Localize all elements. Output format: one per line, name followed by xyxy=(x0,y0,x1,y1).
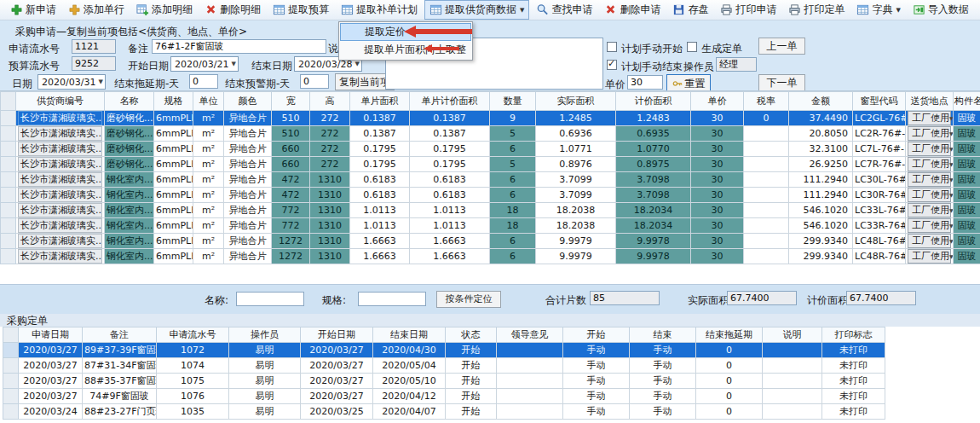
toolbar-button[interactable]: 新申请 xyxy=(5,0,61,20)
column-header[interactable]: 申请日期 xyxy=(19,327,83,343)
delivery-combobox[interactable]: 工厂使用▼ xyxy=(908,111,951,125)
remark-field[interactable] xyxy=(152,39,326,54)
column-header[interactable]: 单位 xyxy=(193,92,224,111)
previous-order-button[interactable]: 上一单 xyxy=(758,38,805,55)
column-header[interactable]: 金额 xyxy=(789,92,853,111)
column-header[interactable]: 开始日期 xyxy=(301,327,373,343)
toolbar-button[interactable]: 打印定单 xyxy=(783,0,850,20)
column-header[interactable]: 宽 xyxy=(272,92,310,111)
total-pieces-field[interactable] xyxy=(590,291,660,305)
column-header[interactable]: 单片面积 xyxy=(350,92,410,111)
budget-no-field[interactable] xyxy=(72,56,116,71)
order-row[interactable]: 2020/03/27 74#9F窗固玻 1076 易明 2020/03/27 2… xyxy=(3,389,885,404)
generate-order-checkbox[interactable] xyxy=(687,42,697,52)
order-row[interactable]: 2020/03/27 89#37-39F窗固玻 1072 易明 2020/03/… xyxy=(3,343,885,358)
detail-table-row[interactable]: 长沙市潇湘玻璃实...▼ 磨砂钢化... 6mmPLE... m² 异地合片 6… xyxy=(1,157,980,172)
supplier-combobox[interactable]: 长沙市潇湘玻璃实...▼ xyxy=(18,172,102,187)
next-order-button[interactable]: 下一单 xyxy=(758,74,805,91)
detail-table-row[interactable]: 长沙市潇湘玻璃实...▼ 钢化室内... 6mmPLE... m² 异地合片 1… xyxy=(1,249,980,264)
detail-table-row[interactable]: 长沙市潇湘玻璃实...▼ 钢化室内... 6mmPLE... m² 异地合片 4… xyxy=(1,188,980,203)
column-header[interactable]: 送货地点 xyxy=(906,92,954,111)
supplier-combobox[interactable]: 长沙市潇湘玻璃实...▼ xyxy=(18,203,102,217)
filter-spec-input[interactable] xyxy=(358,292,426,306)
column-header[interactable]: 打印标志 xyxy=(822,327,885,343)
apply-no-field[interactable] xyxy=(72,39,116,54)
toolbar-button[interactable]: 删除申请 xyxy=(599,0,666,20)
supplier-combobox[interactable]: 长沙市潇湘玻璃实...▼ xyxy=(18,218,102,233)
column-header[interactable]: 供货商编号 xyxy=(16,92,105,111)
toolbar-button[interactable]: 查找申请 xyxy=(531,0,597,20)
detail-table-row[interactable]: 长沙市潇湘玻璃实...▼ 磨砂钢化... 6mmPLE... m² 异地合片 5… xyxy=(1,111,980,126)
locate-by-condition-button[interactable]: 按条件定位 xyxy=(436,291,501,308)
supplier-combobox[interactable]: 长沙市潇湘玻璃实...▼ xyxy=(18,126,102,141)
order-row[interactable]: 2020/03/27 88#35-37F窗固玻 1075 易明 2020/03/… xyxy=(3,374,885,389)
column-header[interactable]: 税率 xyxy=(744,92,789,111)
delivery-combobox[interactable]: 工厂使用▼ xyxy=(908,203,951,217)
delivery-combobox[interactable]: 工厂使用▼ xyxy=(908,172,951,187)
toolbar-button[interactable]: 提取供货商数据 ▼ xyxy=(424,0,529,20)
toolbar-button[interactable]: 添加单行 xyxy=(63,0,130,20)
column-header[interactable]: 实际面积 xyxy=(536,92,616,111)
column-header[interactable]: 名称 xyxy=(105,92,154,111)
price-area-total-field[interactable] xyxy=(846,291,916,305)
detail-table-row[interactable]: 长沙市潇湘玻璃实...▼ 磨砂钢化... 6mmPLE... m² 异地合片 5… xyxy=(1,126,980,142)
column-header[interactable]: 数量 xyxy=(490,92,536,111)
filter-name-input[interactable] xyxy=(236,292,304,306)
end-warning-field[interactable] xyxy=(300,74,329,89)
toolbar-button[interactable]: 删除明细 xyxy=(199,0,266,20)
end-delay-field[interactable] xyxy=(189,74,218,89)
delivery-combobox[interactable]: 工厂使用▼ xyxy=(908,234,951,248)
supplier-combobox[interactable]: 长沙市潇湘玻璃实...▼ xyxy=(18,142,102,156)
supplier-combobox[interactable]: 长沙市潇湘玻璃实...▼ xyxy=(18,249,102,264)
column-header[interactable]: 高 xyxy=(310,92,350,111)
toolbar-button[interactable]: 提取补单计划 xyxy=(336,0,423,20)
delivery-combobox[interactable]: 工厂使用▼ xyxy=(908,142,951,156)
plan-manual-start-checkbox[interactable] xyxy=(607,42,617,52)
toolbar-button[interactable]: 添加明细 xyxy=(131,0,198,20)
order-row[interactable]: 2020/03/27 87#31-34F窗固玻 1074 易明 2020/03/… xyxy=(3,358,885,374)
plan-manual-end-checkbox[interactable] xyxy=(607,60,617,70)
column-header[interactable]: 单价 xyxy=(691,92,744,111)
delivery-combobox[interactable]: 工厂使用▼ xyxy=(908,218,951,233)
supplier-combobox[interactable]: 长沙市潇湘玻璃实...▼ xyxy=(18,111,102,125)
start-date-picker[interactable]: 2020/03/21▼ xyxy=(170,56,239,72)
order-row[interactable]: 2020/03/24 88#23-27F门页玻 1035 易明 2020/03/… xyxy=(3,404,885,420)
delivery-combobox[interactable]: 工厂使用▼ xyxy=(908,126,951,141)
toolbar-button[interactable]: 提取预算 xyxy=(268,0,334,20)
supplier-combobox[interactable]: 长沙市潇湘玻璃实...▼ xyxy=(18,157,102,171)
detail-table-row[interactable]: 长沙市潇湘玻璃实...▼ 钢化室内... 6mmPLE... m² 异地合片 1… xyxy=(1,234,980,249)
column-header[interactable]: 单片计价面积 xyxy=(410,92,490,111)
detail-table-row[interactable]: 长沙市潇湘玻璃实...▼ 钢化室内... 6mmPLE... m² 异地合片 7… xyxy=(1,203,980,218)
column-header[interactable]: 操作员 xyxy=(229,327,301,343)
delivery-combobox[interactable]: 工厂使用▼ xyxy=(908,157,951,171)
toolbar-button[interactable]: 存盘 xyxy=(667,0,713,20)
unit-price-field[interactable] xyxy=(627,75,663,90)
actual-area-total-field[interactable] xyxy=(727,291,797,305)
column-header[interactable]: 规格 xyxy=(154,92,193,111)
column-header[interactable]: 结束日期 xyxy=(373,327,446,343)
date-picker[interactable]: 2020/03/31▼ xyxy=(37,74,106,90)
supplier-combobox[interactable]: 长沙市潇湘玻璃实...▼ xyxy=(18,234,102,248)
column-header[interactable]: 领导意见 xyxy=(497,327,563,343)
column-header[interactable]: 状态 xyxy=(446,327,497,343)
reset-button[interactable]: 重置 xyxy=(666,74,711,92)
column-header[interactable]: 构件名称 xyxy=(954,92,980,111)
column-header[interactable]: 开始 xyxy=(563,327,630,343)
detail-table-row[interactable]: 长沙市潇湘玻璃实...▼ 钢化室内... 6mmPLE... m² 异地合片 4… xyxy=(1,172,980,188)
column-header[interactable]: 计价面积 xyxy=(616,92,691,111)
column-header[interactable]: 颜色 xyxy=(224,92,272,111)
column-header[interactable]: 窗型代码 xyxy=(853,92,906,111)
delivery-combobox[interactable]: 工厂使用▼ xyxy=(908,188,951,202)
column-header[interactable]: 说明 xyxy=(763,327,822,343)
delivery-combobox[interactable]: 工厂使用▼ xyxy=(908,249,951,264)
toolbar-button[interactable]: 字典 ▼ xyxy=(851,0,905,20)
column-header[interactable]: 结束 xyxy=(630,327,696,343)
detail-table-row[interactable]: 长沙市潇湘玻璃实...▼ 钢化室内... 6mmPLE... m² 异地合片 7… xyxy=(1,218,980,234)
supplier-combobox[interactable]: 长沙市潇湘玻璃实...▼ xyxy=(18,188,102,202)
toolbar-button[interactable]: 导入数据 xyxy=(908,0,974,20)
column-header[interactable]: 结束拖延期 xyxy=(696,327,763,343)
toolbar-button[interactable]: 打印申请 xyxy=(715,0,781,20)
column-header[interactable]: 备注 xyxy=(83,327,157,343)
detail-table-row[interactable]: 长沙市潇湘玻璃实...▼ 磨砂钢化... 6mmPLE... m² 异地合片 6… xyxy=(1,142,980,157)
column-header[interactable]: 申请流水号 xyxy=(157,327,229,343)
